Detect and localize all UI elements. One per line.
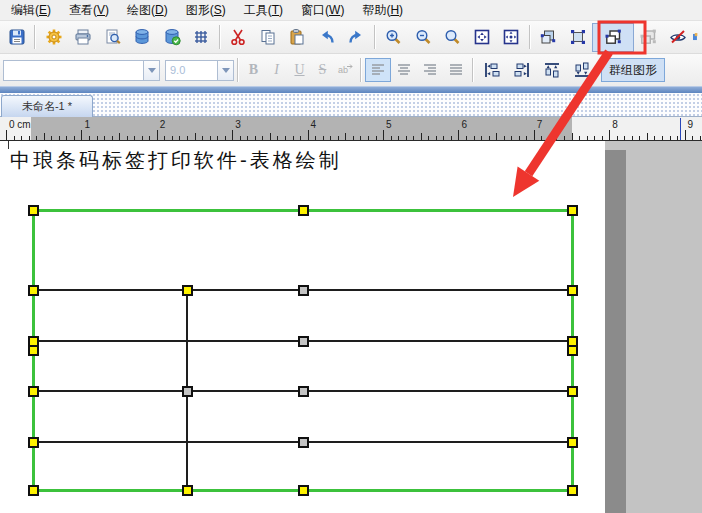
selection-handle[interactable] <box>28 437 39 448</box>
document-tab[interactable]: 未命名-1 * <box>1 95 93 117</box>
database-ok-icon <box>163 28 181 46</box>
selection-handle-midpoint[interactable] <box>298 336 309 347</box>
selection-handle[interactable] <box>28 205 39 216</box>
ruler-tick <box>323 136 324 140</box>
paste-button[interactable] <box>283 23 312 51</box>
font-size-select[interactable]: 9.0 <box>165 60 218 81</box>
hide-object-button[interactable] <box>663 23 692 51</box>
align-justify-button[interactable] <box>443 58 469 82</box>
group-button[interactable] <box>592 23 633 52</box>
menu-t[interactable]: 工具(T) <box>235 0 292 21</box>
font-family-select[interactable] <box>3 60 144 81</box>
zoom-out-button[interactable] <box>408 23 437 51</box>
align-right-button[interactable] <box>417 58 443 82</box>
align-left-icon <box>369 61 387 79</box>
selection-handle-midpoint[interactable] <box>298 437 309 448</box>
selection-handle-midpoint[interactable] <box>182 386 193 397</box>
redo-button[interactable] <box>341 23 370 51</box>
fit-window-button[interactable] <box>496 23 525 51</box>
ruler-tick <box>541 136 542 140</box>
group-icon <box>604 28 622 46</box>
selection-handle[interactable] <box>567 485 578 496</box>
anchor-button[interactable] <box>563 23 592 51</box>
font-family-dropdown-icon[interactable] <box>143 60 160 81</box>
design-canvas[interactable]: 中琅条码标签打印软件-表格绘制 <box>0 141 702 513</box>
selection-handle[interactable] <box>182 485 193 496</box>
selection-handle[interactable] <box>28 285 39 296</box>
ruler-tick <box>383 130 384 140</box>
ruler-tick <box>481 136 482 140</box>
menu-h[interactable]: 帮助(H) <box>353 0 412 21</box>
toolbar-divider <box>0 86 702 93</box>
selection-handle[interactable] <box>28 386 39 397</box>
undo-button[interactable] <box>312 23 341 51</box>
font-size-dropdown-icon[interactable] <box>217 60 234 81</box>
selection-handle[interactable] <box>28 345 39 356</box>
ruler-tick <box>202 136 203 140</box>
selection-handle-midpoint[interactable] <box>298 285 309 296</box>
ruler-tick <box>285 136 286 140</box>
selection-handle[interactable] <box>567 285 578 296</box>
zoom-in-button[interactable] <box>379 23 408 51</box>
database-button[interactable] <box>128 23 157 51</box>
redo-arrow-icon <box>347 28 365 46</box>
selection-handle[interactable] <box>298 485 309 496</box>
ruler-tick <box>602 136 603 140</box>
paste-icon <box>288 28 306 46</box>
edit-partial-button[interactable] <box>692 23 702 51</box>
fit-page-icon <box>473 28 491 46</box>
database-connect-button[interactable] <box>157 23 186 51</box>
ruler-tick <box>398 136 399 140</box>
distribute-right-button[interactable] <box>507 58 537 82</box>
distribute-left-button[interactable] <box>477 58 507 82</box>
page-origin-marker <box>8 141 9 149</box>
print-preview-button[interactable] <box>98 23 127 51</box>
grid-button[interactable] <box>186 23 215 51</box>
ruler-label: 9 <box>688 119 694 130</box>
table-outer-border[interactable] <box>32 209 574 492</box>
distribute-top-button[interactable] <box>537 58 567 82</box>
cut-button[interactable] <box>224 23 253 51</box>
menu-e[interactable]: 编辑(E) <box>2 0 60 21</box>
save-button[interactable] <box>2 23 31 51</box>
ruler-tick <box>164 136 165 140</box>
zoom-button[interactable] <box>437 23 466 51</box>
menu-v[interactable]: 查看(V) <box>60 0 118 21</box>
ruler-tick <box>639 136 640 140</box>
selection-handle[interactable] <box>298 205 309 216</box>
scissors-icon <box>229 28 247 46</box>
align-left-button[interactable] <box>365 58 391 82</box>
selection-type-label: 群组图形 <box>601 58 665 82</box>
distribute-bottom-button[interactable] <box>567 58 597 82</box>
fit-page-button[interactable] <box>467 23 496 51</box>
underline-button: U <box>288 58 311 82</box>
format-toolbar: 9.0 BIUS ab 群组图形 <box>0 54 702 86</box>
copy-button[interactable] <box>253 23 282 51</box>
selection-handle[interactable] <box>182 285 193 296</box>
selection-handle[interactable] <box>567 386 578 397</box>
menu-s[interactable]: 图形(S) <box>177 0 235 21</box>
ruler-tick <box>51 136 52 140</box>
menu-w[interactable]: 窗口(W) <box>292 0 353 21</box>
ruler-tick <box>112 136 113 140</box>
selection-handle[interactable] <box>28 485 39 496</box>
ruler-tick <box>330 136 331 140</box>
selection-handle[interactable] <box>567 437 578 448</box>
ruler-tick <box>413 136 414 140</box>
selection-handle[interactable] <box>567 345 578 356</box>
fit-window-icon <box>502 28 520 46</box>
selection-handle-midpoint[interactable] <box>298 386 309 397</box>
ruler-tick <box>458 130 459 140</box>
combine-button[interactable] <box>534 23 563 51</box>
settings-button[interactable] <box>39 23 68 51</box>
selection-handle[interactable] <box>567 205 578 216</box>
ungroup-icon <box>639 28 657 46</box>
ruler-tick <box>617 136 618 140</box>
print-button[interactable] <box>69 23 98 51</box>
align-center-button[interactable] <box>391 58 417 82</box>
ruler-tick <box>609 130 610 140</box>
ungroup-button <box>634 23 663 51</box>
menu-d[interactable]: 绘图(D) <box>118 0 177 21</box>
toolbar-separator <box>374 25 376 49</box>
ruler-tick <box>104 136 105 140</box>
